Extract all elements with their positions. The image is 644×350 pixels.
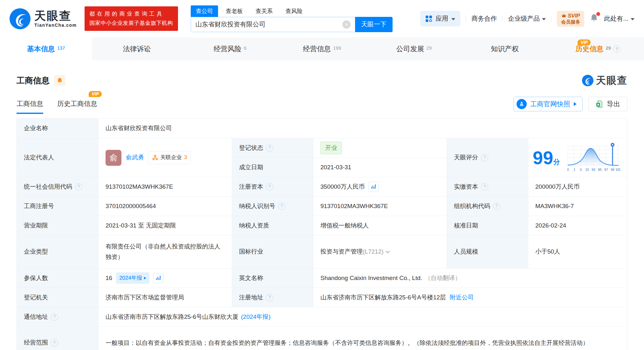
- tab-operating-info[interactable]: 经营信息 199: [276, 37, 368, 60]
- tab-basic-info[interactable]: 基本信息 137: [0, 37, 92, 60]
- taxpayer-id-value: 91370102MA3WHK367E: [313, 196, 447, 216]
- field-label: 营业期限: [17, 216, 98, 235]
- english-name-note: （自动翻译）: [425, 273, 461, 283]
- svip-member-button[interactable]: SVIP 会员服务: [557, 11, 584, 27]
- account-menu[interactable]: 此处有...: [604, 14, 634, 23]
- industry-value: 投资与资产管理: [320, 247, 363, 257]
- insured-chart-icon[interactable]: [153, 273, 163, 283]
- help-icon[interactable]: [266, 144, 273, 152]
- search-area: 查公司 查老板 查关系 查风险 天眼一下: [191, 5, 393, 32]
- nav-enterprise-products[interactable]: 企业级产品: [508, 14, 546, 23]
- search-input[interactable]: [195, 21, 342, 28]
- field-label: 登记状态: [232, 138, 313, 158]
- svg-text:97: 97: [604, 168, 608, 172]
- page-header: 天眼查 TianYanCha.com 都在用的商业查询工具 国家中小企业发展子基…: [0, 0, 644, 37]
- export-label: 导出: [607, 100, 620, 108]
- apps-menu[interactable]: 应用: [420, 11, 460, 26]
- crown-icon: [561, 13, 566, 18]
- taxpayer-quality-value: 增值税一般纳税人: [313, 216, 447, 235]
- help-icon[interactable]: [493, 203, 500, 210]
- business-term-value: 2021-03-31 至 无固定期限: [98, 216, 232, 235]
- help-icon[interactable]: [613, 45, 620, 52]
- field-label: 成立日期: [232, 158, 313, 177]
- help-icon[interactable]: [278, 203, 285, 210]
- help-icon[interactable]: [481, 154, 488, 161]
- tab-label: 知识产权: [491, 44, 519, 54]
- label-text: 统一社会信用代码: [24, 182, 72, 192]
- insured-count-cell: 16 2024年报: [98, 268, 232, 288]
- help-icon[interactable]: [266, 294, 273, 301]
- tab-label: 法律诉讼: [123, 44, 151, 54]
- help-icon[interactable]: [266, 183, 273, 191]
- annual-report-link[interactable]: (2024年报): [241, 312, 271, 322]
- company-type-value: 有限责任公司（非自然人投资或控股的法人独资）: [98, 235, 232, 268]
- account-label: 此处有...: [604, 14, 628, 23]
- tab-label: 经营信息: [303, 44, 331, 54]
- industry-cell: 投资与资产管理 (L7212): [313, 235, 447, 268]
- search-button[interactable]: 天眼一下: [355, 17, 393, 32]
- chevron-down-icon[interactable]: [386, 249, 390, 253]
- reg-authority-value: 济南市历下区市场监督管理局: [98, 288, 232, 307]
- help-icon[interactable]: [51, 339, 58, 346]
- official-snapshot-button[interactable]: 工商官网快照: [514, 97, 583, 111]
- related-label: 关联企业: [160, 153, 182, 162]
- reg-capital-value: 350000万人民币: [320, 182, 365, 192]
- monitor-bell-button[interactable]: [54, 75, 65, 86]
- legal-rep-avatar[interactable]: 俞: [106, 150, 121, 166]
- help-icon[interactable]: [51, 313, 58, 321]
- chevron-down-icon: [542, 18, 546, 20]
- notifications-button[interactable]: [590, 13, 599, 24]
- tab-label: 历史信息: [575, 44, 603, 54]
- tianyancha-logo[interactable]: 天眼查 TianYanCha.com: [10, 8, 77, 29]
- svg-text:1: 1: [573, 168, 575, 172]
- table-row: 参保人数 16 2024年报 英文名称 Shandong Caixin Inve…: [17, 268, 627, 288]
- tab-history-info[interactable]: VIP 历史信息 29: [552, 37, 644, 60]
- slogan-line2: 国家中小企业发展子基金旗下机构: [90, 19, 173, 28]
- brand-domain: TianYanCha.com: [34, 23, 77, 28]
- chart-x-ticks: 0 1 3 15 50 85 97 99 100: [567, 168, 620, 172]
- chevron-down-icon: [451, 18, 455, 20]
- field-label: 通信地址: [17, 307, 98, 326]
- capital-chart-icon[interactable]: [368, 182, 379, 192]
- tab-intellectual-property[interactable]: 知识产权: [460, 37, 552, 60]
- tab-legal-proceedings[interactable]: 法律诉讼: [92, 37, 184, 60]
- company-name-value: 山东省财欣投资有限公司: [98, 119, 627, 138]
- english-name-value: Shandong Caixin Investment Co., Ltd.: [320, 273, 422, 283]
- help-icon[interactable]: [75, 183, 82, 191]
- status-badge: 开业: [320, 142, 342, 154]
- english-name-cell: Shandong Caixin Investment Co., Ltd. （自动…: [313, 268, 627, 288]
- clear-search-icon[interactable]: [342, 20, 351, 29]
- search-tab-boss[interactable]: 查老板: [221, 5, 248, 17]
- tab-company-development[interactable]: 公司发展 29: [368, 37, 460, 60]
- nav-biz-cooperation[interactable]: 商务合作: [471, 14, 497, 23]
- divider: [551, 16, 552, 22]
- tianyancha-swirl-icon: [10, 8, 31, 29]
- paid-capital-value: 200000万人民币: [528, 177, 627, 196]
- tab-operating-risk[interactable]: 经营风险 6: [184, 37, 276, 60]
- search-input-wrap: [191, 17, 355, 32]
- help-icon[interactable]: [481, 183, 488, 191]
- search-tabs: 查公司 查老板 查关系 查风险: [191, 5, 393, 17]
- export-button[interactable]: 导出: [588, 97, 627, 111]
- field-label: 统一社会信用代码: [17, 177, 98, 196]
- search-tab-relation[interactable]: 查关系: [250, 5, 278, 17]
- subtab-history-business-info[interactable]: VIP历史工商信息: [57, 99, 97, 114]
- reg-capital-cell: 350000万人民币: [313, 177, 447, 196]
- nearby-companies-link[interactable]: 附近公司: [450, 292, 474, 303]
- stamp-icon: [517, 99, 527, 109]
- mail-address-cell: 山东省济南市历下区解放东路25-6号山东财欣大厦 (2024年报): [98, 307, 627, 326]
- report-label: 2024年报: [119, 274, 142, 283]
- divider: [502, 16, 503, 22]
- establish-date-value: 2021-03-31: [313, 158, 447, 177]
- related-companies-badge[interactable]: 关联企业 3: [148, 151, 191, 164]
- tab-count: 199: [333, 45, 341, 51]
- search-tab-risk[interactable]: 查风险: [280, 5, 308, 17]
- search-tab-company[interactable]: 查公司: [191, 5, 218, 17]
- chevron-down-icon: [631, 18, 634, 20]
- subtab-business-info[interactable]: 工商信息: [17, 99, 43, 114]
- notification-dot: [596, 12, 600, 16]
- field-label: 注册资本: [232, 177, 313, 196]
- company-tabbar: 基本信息 137 法律诉讼 经营风险 6 经营信息 199 公司发展 29 知识…: [0, 37, 644, 60]
- annual-report-badge[interactable]: 2024年报: [116, 272, 149, 284]
- legal-rep-link[interactable]: 俞武勇: [126, 152, 144, 163]
